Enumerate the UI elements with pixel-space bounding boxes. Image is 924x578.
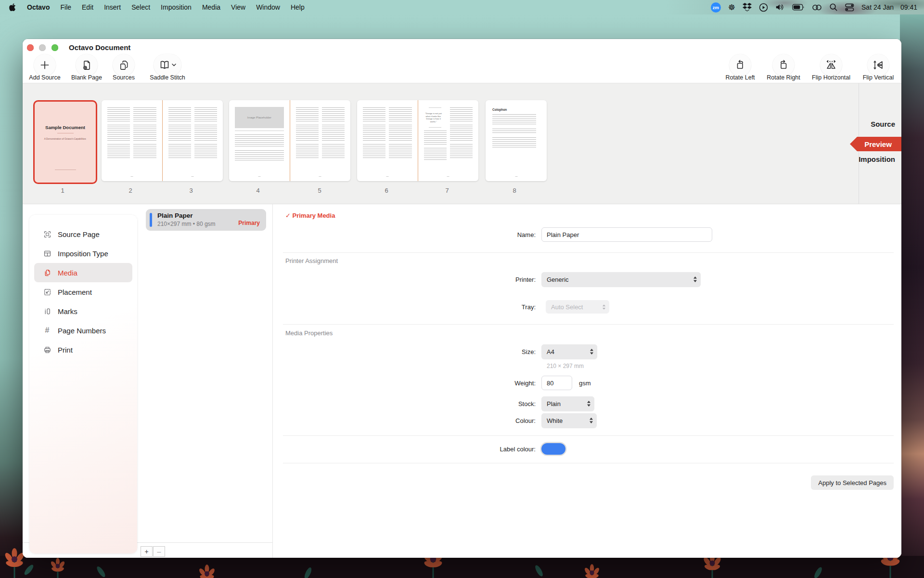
title-bar: Octavo Document Add Source Blank Page So… (23, 39, 901, 83)
weight-input[interactable] (541, 376, 572, 390)
rotate-left-label: Rotate Left (725, 74, 755, 81)
tab-source[interactable]: Source (871, 120, 895, 128)
rotate-right-button[interactable] (772, 54, 795, 76)
play-circle-icon[interactable] (759, 3, 768, 12)
link-icon[interactable] (812, 3, 822, 12)
menu-item-help[interactable]: Help (285, 0, 310, 14)
media-name: Plain Paper (157, 212, 193, 219)
sidebar-item-print[interactable]: Print (34, 340, 132, 359)
flip-horizontal-button[interactable] (820, 54, 842, 76)
sidebar-label: Imposition Type (58, 250, 108, 258)
menu-item-view[interactable]: View (226, 0, 251, 14)
placement-icon (43, 288, 51, 296)
menu-item-select[interactable]: Select (126, 0, 155, 14)
control-center-icon[interactable] (845, 3, 854, 12)
thumbnail-page-8[interactable]: Colophon (486, 100, 547, 181)
thumbnail-page-7[interactable]: "Design is not just what it looks like. … (418, 100, 479, 181)
check-icon: ✓ (285, 212, 291, 219)
thumbnail-page-4[interactable]: Image Placeholder (229, 100, 290, 181)
label-colour-swatch[interactable] (541, 443, 565, 455)
flip-horizontal-label: Flip Horizontal (812, 74, 850, 81)
tab-imposition[interactable]: Imposition (859, 155, 895, 163)
helm-menu-icon[interactable]: ☸ (728, 3, 735, 12)
zoom-app-icon[interactable]: zm (711, 2, 721, 13)
grid-icon (43, 250, 51, 258)
search-icon[interactable] (829, 3, 838, 12)
thumbnail-page-6[interactable] (357, 100, 418, 181)
media-form: ✓ Primary Media Name: Printer Assignment… (273, 204, 901, 558)
saddle-stitch-label: Saddle Stitch (150, 74, 185, 81)
media-details: 210×297 mm • 80 gsm (157, 221, 216, 227)
section-divider (283, 324, 894, 325)
pull-quote: "Design is not just what it looks like. … (423, 112, 444, 123)
sidebar-item-media[interactable]: Media (34, 263, 132, 282)
menubar-time[interactable]: 09:41 (900, 3, 917, 11)
page-number-3: 3 (189, 187, 192, 194)
stepper-icon (602, 304, 606, 310)
stock-select[interactable]: Plain (541, 396, 594, 411)
page-number-7: 7 (445, 187, 449, 194)
close-button[interactable] (27, 44, 34, 51)
volume-icon[interactable] (775, 3, 785, 12)
thumbnail-spread-4-5[interactable]: Image Placeholder (229, 100, 350, 181)
size-dimensions-note: 210 × 297 mm (547, 363, 584, 369)
weight-unit: gsm (579, 380, 591, 387)
add-source-button[interactable] (34, 54, 56, 76)
flip-horizontal-icon (825, 59, 837, 71)
add-media-button[interactable]: + (141, 546, 153, 557)
page-number-5: 5 (318, 187, 321, 194)
image-placeholder: Image Placeholder (235, 107, 284, 128)
flip-vertical-button[interactable] (867, 54, 889, 76)
printer-label: Printer: (439, 276, 536, 283)
cover-subtitle: A Demonstration of Octavo's Capabilities (44, 138, 86, 140)
zoom-button[interactable] (51, 44, 58, 51)
menu-item-insert[interactable]: Insert (99, 0, 126, 14)
thumbnail-page-3[interactable] (163, 100, 223, 181)
colour-select[interactable]: White (541, 413, 597, 428)
sidebar-item-marks[interactable]: Marks (34, 302, 132, 321)
sidebar-label: Placement (58, 288, 92, 296)
colour-label: Colour: (439, 417, 536, 424)
rotate-left-button[interactable] (729, 54, 751, 76)
saddle-stitch-button[interactable] (154, 54, 181, 76)
menu-item-media[interactable]: Media (197, 0, 226, 14)
thumbnail-spread-2-3[interactable] (102, 100, 223, 181)
document-plus-icon (81, 60, 92, 71)
sidebar-item-source-page[interactable]: Source Page (34, 224, 132, 244)
menubar-date[interactable]: Sat 24 Jan (861, 3, 894, 11)
remove-media-button[interactable]: – (153, 546, 165, 557)
book-icon (159, 60, 170, 70)
battery-icon[interactable] (792, 4, 805, 11)
menu-item-edit[interactable]: Edit (77, 0, 99, 14)
chevron-down-icon (172, 64, 176, 66)
sidebar-item-imposition-type[interactable]: Imposition Type (34, 244, 132, 263)
blank-page-button[interactable] (76, 54, 98, 76)
apple-menu-icon[interactable] (9, 3, 16, 12)
sources-label: Sources (113, 74, 135, 81)
primary-media-indicator[interactable]: ✓ Primary Media (285, 212, 335, 219)
sidebar-item-placement[interactable]: Placement (34, 282, 132, 302)
menu-item-window[interactable]: Window (251, 0, 285, 14)
plus-icon (39, 60, 50, 70)
dropbox-icon[interactable] (743, 3, 752, 12)
sidebar-item-page-numbers[interactable]: # Page Numbers (34, 321, 132, 340)
stepper-icon (589, 417, 593, 424)
thumbnail-page-5[interactable] (290, 100, 351, 181)
name-input[interactable] (541, 227, 712, 242)
printer-select[interactable]: Generic (541, 272, 701, 287)
stepper-icon (693, 276, 697, 283)
media-list-item-plain-paper[interactable]: Plain Paper 210×297 mm • 80 gsm Primary (146, 209, 266, 231)
sources-button[interactable] (113, 54, 135, 76)
thumbnail-page-2[interactable] (102, 100, 162, 181)
thumbnail-page-1-selected[interactable]: Sample Document A Demonstration of Octav… (33, 100, 97, 184)
menu-item-octavo[interactable]: Octavo (22, 0, 55, 14)
minimize-button[interactable] (39, 44, 46, 51)
window-body: Plain Paper 210×297 mm • 80 gsm Primary … (23, 204, 901, 558)
section-divider (283, 252, 894, 253)
menu-item-file[interactable]: File (55, 0, 77, 14)
menu-item-imposition[interactable]: Imposition (155, 0, 197, 14)
apply-to-selected-pages-button[interactable]: Apply to Selected Pages (811, 475, 894, 490)
thumbnail-spread-6-7[interactable]: "Design is not just what it looks like. … (357, 100, 478, 181)
size-select[interactable]: A4 (541, 344, 597, 359)
tab-preview-selected[interactable]: Preview (850, 137, 901, 151)
